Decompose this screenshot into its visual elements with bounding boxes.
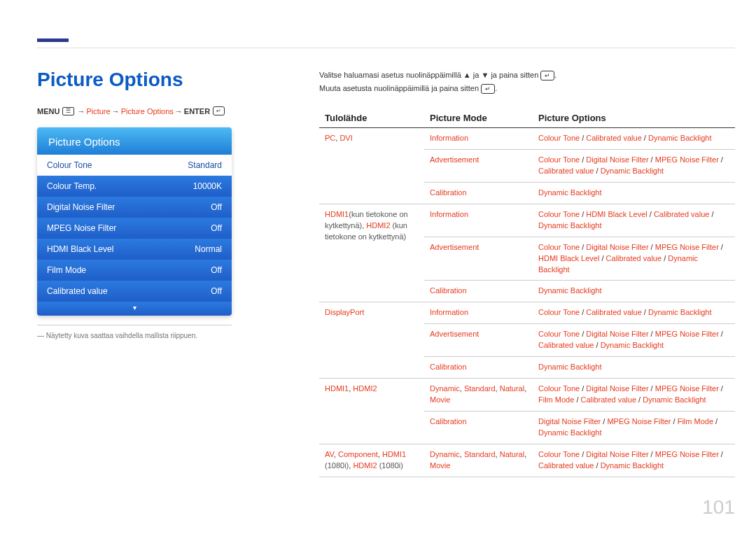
- osd-scroll-down-icon: ▾: [37, 302, 232, 316]
- osd-row[interactable]: HDMI Black LevelNormal: [37, 239, 232, 260]
- enter-icon: ↵: [213, 106, 225, 115]
- col-picture-options: Picture Options: [533, 108, 735, 128]
- osd-row-label: HDMI Black Level: [47, 244, 113, 254]
- breadcrumb-enter: ENTER: [184, 107, 210, 115]
- cell-mode: Calibration: [424, 281, 533, 302]
- osd-row[interactable]: Calibrated valueOff: [37, 281, 232, 302]
- osd-panel: Picture Options Colour ToneStandardColou…: [37, 127, 232, 316]
- cell-options: Colour Tone / Calibrated value / Dynamic…: [533, 302, 735, 324]
- osd-row-value: 10000K: [193, 181, 222, 191]
- cell-mode: Calibration: [424, 182, 533, 204]
- col-source: Tulolähde: [319, 108, 424, 128]
- cell-mode: Information: [424, 204, 533, 237]
- page-title: Picture Options: [37, 69, 183, 91]
- osd-row-value: Off: [211, 286, 222, 296]
- instructions: Valitse haluamasi asetus nuolinäppäimill…: [319, 69, 735, 94]
- osd-row-label: Colour Temp.: [47, 181, 97, 191]
- cell-options: Digital Noise Filter / MPEG Noise Filter…: [533, 412, 735, 444]
- cell-options: Dynamic Backlight: [533, 357, 735, 379]
- osd-row-label: Colour Tone: [47, 160, 92, 170]
- cell-options: Dynamic Backlight: [533, 182, 735, 204]
- breadcrumb-picture: Picture: [86, 107, 110, 115]
- cell-options: Colour Tone / HDMI Black Level / Calibra…: [533, 204, 735, 237]
- osd-row[interactable]: Colour Temp.10000K: [37, 176, 232, 197]
- cell-options: Colour Tone / Digital Noise Filter / MPE…: [533, 324, 735, 357]
- cell-source: HDMI1, HDMI2: [319, 379, 424, 444]
- cell-source: HDMI1(kun tietokone on kytkettynä), HDMI…: [319, 204, 424, 302]
- cell-source: AV, Component, HDMI1 (1080i), HDMI2 (108…: [319, 444, 424, 477]
- osd-row[interactable]: Film ModeOff: [37, 260, 232, 281]
- enter-icon: ↵: [481, 84, 495, 94]
- osd-row-value: Off: [211, 202, 222, 212]
- col-picture-mode: Picture Mode: [424, 108, 533, 128]
- cell-options: Colour Tone / Digital Noise Filter / MPE…: [533, 149, 735, 182]
- osd-title: Picture Options: [37, 127, 232, 155]
- cell-options: Colour Tone / Digital Noise Filter / MPE…: [533, 444, 735, 477]
- table-row: HDMI1(kun tietokone on kytkettynä), HDMI…: [319, 204, 735, 237]
- osd-row-value: Normal: [195, 244, 222, 254]
- cell-options: Colour Tone / Digital Noise Filter / MPE…: [533, 237, 735, 281]
- cell-mode: Advertisement: [424, 149, 533, 182]
- options-table: Tulolähde Picture Mode Picture Options P…: [319, 108, 735, 477]
- page-number: 101: [702, 496, 735, 519]
- table-row: DisplayPortInformationColour Tone / Cali…: [319, 302, 735, 324]
- breadcrumb-menu: MENU: [37, 107, 59, 115]
- breadcrumb-picture-options: Picture Options: [121, 107, 174, 115]
- footnote-text: ― Näytetty kuva saattaa vaihdella mallis…: [37, 332, 197, 339]
- cell-options: Colour Tone / Calibrated value / Dynamic…: [533, 128, 735, 150]
- osd-row-value: Off: [211, 223, 222, 233]
- cell-mode: Advertisement: [424, 237, 533, 281]
- table-row: HDMI1, HDMI2Dynamic, Standard, Natural, …: [319, 379, 735, 412]
- cell-options: Dynamic Backlight: [533, 281, 735, 302]
- osd-row-label: Film Mode: [47, 265, 86, 275]
- table-row: PC, DVIInformationColour Tone / Calibrat…: [319, 128, 735, 150]
- footnote-separator: [37, 325, 232, 325]
- breadcrumb: MENU ☰ → Picture → Picture Options → ENT…: [37, 106, 226, 115]
- header-accent: [37, 38, 69, 42]
- cell-source: DisplayPort: [319, 302, 424, 379]
- cell-options: Colour Tone / Digital Noise Filter / MPE…: [533, 379, 735, 412]
- osd-row-label: MPEG Noise Filter: [47, 223, 116, 233]
- osd-row-label: Digital Noise Filter: [47, 202, 115, 212]
- cell-mode: Dynamic, Standard, Natural, Movie: [424, 444, 533, 477]
- osd-row[interactable]: MPEG Noise FilterOff: [37, 218, 232, 239]
- osd-row[interactable]: Colour ToneStandard: [37, 155, 232, 176]
- osd-row-label: Calibrated value: [47, 286, 108, 296]
- arrow-down-icon: ▼: [481, 71, 489, 79]
- cell-mode: Calibration: [424, 357, 533, 379]
- cell-source: PC, DVI: [319, 128, 424, 204]
- menu-icon: ☰: [62, 107, 74, 115]
- enter-icon: ↵: [540, 71, 554, 80]
- table-row: AV, Component, HDMI1 (1080i), HDMI2 (108…: [319, 444, 735, 477]
- cell-mode: Information: [424, 302, 533, 324]
- cell-mode: Calibration: [424, 412, 533, 444]
- osd-row[interactable]: Digital Noise FilterOff: [37, 197, 232, 218]
- osd-row-value: Off: [211, 265, 222, 275]
- header-rule: [37, 48, 735, 48]
- osd-row-value: Standard: [188, 160, 222, 170]
- cell-mode: Advertisement: [424, 324, 533, 357]
- arrow-up-icon: ▲: [463, 71, 471, 79]
- cell-mode: Information: [424, 128, 533, 150]
- cell-mode: Dynamic, Standard, Natural, Movie: [424, 379, 533, 412]
